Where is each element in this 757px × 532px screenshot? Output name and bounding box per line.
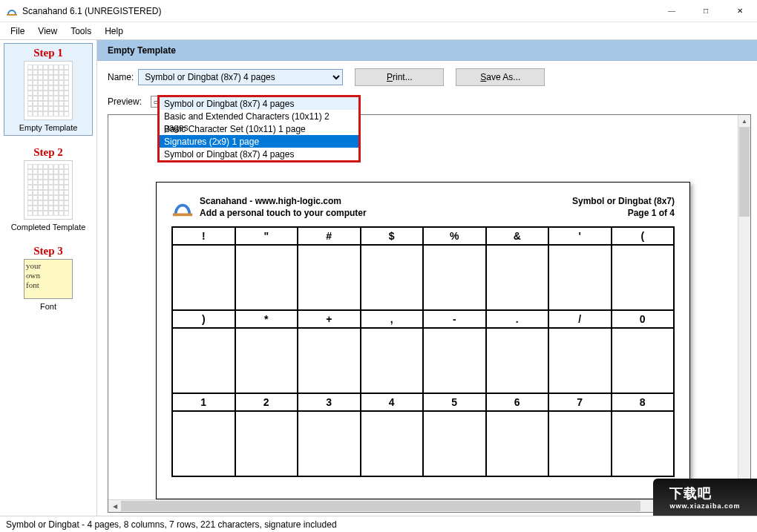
grid-cell: 2 <box>235 393 298 411</box>
grid-row-header-1: ! " # $ % & ' ( <box>172 227 674 245</box>
app-icon <box>6 5 18 17</box>
menu-file[interactable]: File <box>4 24 30 38</box>
dropdown-option[interactable]: Basic and Extended Characters (10x11) 2 … <box>160 110 358 122</box>
grid-cell: ) <box>172 310 235 328</box>
page-number: Page 1 of 4 <box>572 208 675 220</box>
page-header: Scanahand - www.high-logic.com Add a per… <box>171 196 675 219</box>
menu-bar: File View Tools Help <box>0 22 757 40</box>
grid-cell: ! <box>172 227 235 245</box>
grid-cell: * <box>235 310 298 328</box>
dropdown-option[interactable]: Basic Character Set (10x11) 1 page <box>160 122 358 135</box>
grid-cell: 5 <box>423 393 486 411</box>
save-as-button[interactable]: Save As... <box>456 68 545 86</box>
grid-cell: 7 <box>548 393 612 411</box>
sidebar-step-completed-template[interactable]: Step 2 Completed Template <box>4 143 93 234</box>
step3-thumbnail: your own font <box>24 259 73 299</box>
content-header-title: Empty Template <box>108 45 176 56</box>
step3-thumb-line1: your <box>26 261 71 271</box>
main-container: Step 1 Empty Template Step 2 Completed T… <box>0 40 757 516</box>
watermark-logo: 下载吧 www.xiazaiba.com <box>653 479 757 516</box>
step1-title: Step 1 <box>4 47 92 59</box>
template-page: Scanahand - www.high-logic.com Add a per… <box>156 182 690 499</box>
dropdown-option[interactable]: Symbol or Dingbat (8x7) 4 pages <box>160 97 358 110</box>
step2-title: Step 2 <box>4 146 93 159</box>
window-title: Scanahand 6.1 (UNREGISTERED) <box>22 6 161 16</box>
minimize-button[interactable]: — <box>655 0 689 22</box>
watermark-url: www.xiazaiba.com <box>669 502 740 510</box>
grid-cell: , <box>361 310 424 328</box>
content-header: Empty Template <box>97 40 757 61</box>
sidebar-step-empty-template[interactable]: Step 1 Empty Template <box>4 43 93 136</box>
page-brand-line2: Add a personal touch to your computer <box>200 208 367 220</box>
step3-title: Step 3 <box>4 245 93 257</box>
page-template-name: Symbol or Dingbat (8x7) <box>572 196 675 208</box>
grid-cell: & <box>486 227 549 245</box>
window-controls: — □ ✕ <box>655 0 757 22</box>
status-text: Symbol or Dingbat - 4 pages, 8 columns, … <box>6 519 337 530</box>
grid-cell: # <box>298 227 361 245</box>
dropdown-option[interactable]: Symbol or Dingbat (8x7) 4 pages <box>160 148 358 160</box>
grid-cell: / <box>548 310 612 328</box>
grid-cell: " <box>235 227 298 245</box>
menu-tools[interactable]: Tools <box>65 24 97 38</box>
menu-view[interactable]: View <box>32 24 63 38</box>
vertical-scrollbar[interactable]: ▲ ▼ <box>738 115 750 499</box>
dropdown-option[interactable]: Signatures (2x9) 1 page <box>160 135 358 148</box>
svg-rect-1 <box>173 213 192 216</box>
preview-area: Scanahand - www.high-logic.com Add a per… <box>108 114 751 513</box>
watermark-text: 下载吧 <box>669 486 712 501</box>
scroll-up-button[interactable]: ▲ <box>738 115 750 128</box>
step3-thumb-line2: own <box>26 271 71 280</box>
grid-cell: 3 <box>298 393 361 411</box>
character-grid: ! " # $ % & ' ( ) * + <box>171 226 675 477</box>
preview-scroll[interactable]: Scanahand - www.high-logic.com Add a per… <box>108 115 738 499</box>
step1-label: Empty Template <box>4 123 92 132</box>
title-bar: Scanahand 6.1 (UNREGISTERED) — □ ✕ <box>0 0 757 22</box>
grid-row-draw-3 <box>172 411 674 476</box>
maximize-button[interactable]: □ <box>689 0 723 22</box>
grid-cell: . <box>486 310 549 328</box>
grid-cell: - <box>423 310 486 328</box>
menu-help[interactable]: Help <box>99 24 129 38</box>
grid-cell: + <box>298 310 361 328</box>
scroll-left-button[interactable]: ◀ <box>108 500 121 513</box>
page-brand-line1: Scanahand - www.high-logic.com <box>200 196 367 208</box>
sidebar-step-font[interactable]: Step 3 your own font Font <box>4 242 93 314</box>
grid-cell: 4 <box>361 393 424 411</box>
scanahand-logo-icon <box>171 197 194 219</box>
grid-cell: ( <box>612 227 675 245</box>
step2-label: Completed Template <box>4 223 93 231</box>
preview-label: Preview: <box>108 96 142 107</box>
grid-cell: 0 <box>612 310 675 328</box>
svg-rect-0 <box>7 14 17 16</box>
template-dropdown-list: Symbol or Dingbat (8x7) 4 pages Basic an… <box>157 95 361 162</box>
grid-cell: ' <box>548 227 612 245</box>
grid-row-draw-1 <box>172 245 674 310</box>
grid-cell: 8 <box>612 393 675 411</box>
status-bar: Symbol or Dingbat - 4 pages, 8 columns, … <box>0 516 757 532</box>
step3-thumb-line3: font <box>26 280 71 290</box>
sidebar: Step 1 Empty Template Step 2 Completed T… <box>0 40 97 516</box>
grid-cell: 6 <box>486 393 549 411</box>
scroll-thumb-v[interactable] <box>739 128 750 217</box>
step1-thumbnail <box>24 61 73 120</box>
scroll-thumb-h[interactable] <box>121 501 640 511</box>
grid-row-header-2: ) * + , - . / 0 <box>172 310 674 328</box>
grid-cell: $ <box>361 227 424 245</box>
print-button[interactable]: Print... <box>355 68 444 86</box>
template-select[interactable]: Symbol or Dingbat (8x7) 4 pages <box>138 69 343 85</box>
grid-row-draw-2 <box>172 328 674 393</box>
grid-cell: 1 <box>172 393 235 411</box>
grid-row-header-3: 1 2 3 4 5 6 7 8 <box>172 393 674 411</box>
close-button[interactable]: ✕ <box>723 0 757 22</box>
toolbar: Name: Symbol or Dingbat (8x7) 4 pages Pr… <box>97 61 757 93</box>
step3-label: Font <box>4 302 93 311</box>
grid-cell: % <box>423 227 486 245</box>
name-label: Name: <box>108 72 134 82</box>
step2-thumbnail <box>24 160 73 220</box>
